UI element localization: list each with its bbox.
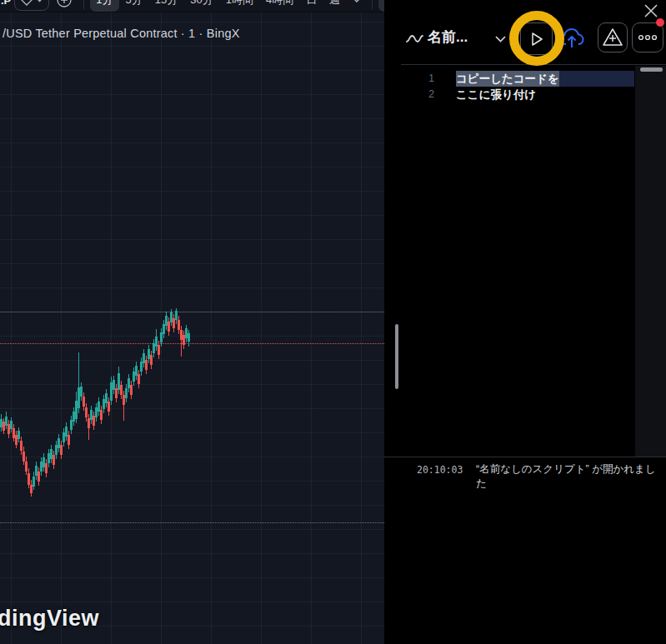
console-message: “名前なしのスクリプト” が開かれました bbox=[476, 462, 663, 491]
price-label-button[interactable] bbox=[14, 0, 49, 11]
candle bbox=[100, 410, 103, 420]
chart-symbol-title[interactable]: /USD Tether Perpetual Contract · 1 · Bin… bbox=[3, 27, 240, 40]
candle bbox=[68, 435, 70, 445]
gridline bbox=[0, 263, 384, 264]
ellipsis-icon bbox=[638, 34, 658, 41]
candle bbox=[150, 355, 153, 365]
candle bbox=[38, 472, 40, 482]
candle bbox=[53, 455, 55, 465]
candle bbox=[18, 431, 20, 439]
gridline bbox=[211, 12, 212, 644]
timeframe-button-1分[interactable]: 1分 bbox=[90, 0, 118, 12]
candle bbox=[178, 320, 180, 330]
candle bbox=[130, 385, 133, 395]
gridline bbox=[311, 12, 312, 644]
timeframe-button-週[interactable]: 週 bbox=[323, 0, 346, 12]
editor-line[interactable]: 2ここに張り付け bbox=[384, 87, 666, 102]
gridline bbox=[0, 432, 384, 433]
candle bbox=[83, 397, 85, 407]
candle bbox=[125, 388, 128, 398]
timeframes-expand-button[interactable] bbox=[348, 0, 366, 7]
tag-icon bbox=[20, 0, 33, 7]
add-to-chart-button[interactable] bbox=[598, 22, 628, 52]
candle bbox=[80, 387, 83, 397]
top-toolbar: .P 1分5分15分30分1時間4時間日週 bbox=[0, 0, 384, 12]
timeframe-group: 1分5分15分30分1時間4時間日週 bbox=[90, 0, 346, 12]
gridline bbox=[61, 12, 62, 644]
candle bbox=[108, 402, 110, 412]
console-divider bbox=[384, 457, 666, 457]
gridline bbox=[261, 12, 262, 644]
candle bbox=[85, 407, 88, 417]
run-script-button[interactable] bbox=[520, 22, 553, 55]
gridline bbox=[0, 360, 384, 361]
gridline bbox=[361, 12, 362, 644]
last-price-line bbox=[0, 343, 384, 344]
timeframe-button-30分[interactable]: 30分 bbox=[184, 0, 218, 12]
candle bbox=[188, 333, 190, 342]
editor-line[interactable]: 1コピーしたコードを bbox=[384, 71, 666, 87]
chevron-down-icon[interactable] bbox=[495, 36, 506, 42]
gridline bbox=[0, 336, 384, 337]
gridline bbox=[0, 384, 384, 385]
code-editor[interactable]: 1コピーしたコードを2ここに張り付け bbox=[384, 66, 666, 457]
gridline bbox=[0, 287, 384, 288]
compare-add-button[interactable] bbox=[51, 0, 78, 12]
candle bbox=[60, 445, 63, 455]
gridline bbox=[0, 529, 384, 530]
gridline bbox=[0, 94, 384, 95]
timeframe-button-5分[interactable]: 5分 bbox=[120, 0, 148, 12]
gridline bbox=[0, 577, 384, 578]
panel-resize-handle[interactable] bbox=[395, 324, 398, 389]
gridline bbox=[0, 408, 384, 409]
gridline bbox=[0, 46, 384, 47]
gridline bbox=[0, 142, 384, 143]
candle bbox=[168, 322, 170, 332]
toolbar-divider bbox=[83, 0, 84, 9]
gridline bbox=[0, 70, 384, 71]
gridline bbox=[0, 239, 384, 240]
candle bbox=[138, 374, 140, 384]
candle bbox=[175, 311, 178, 320]
gridline bbox=[0, 602, 384, 602]
cloud-upload-icon bbox=[558, 26, 585, 51]
candle bbox=[28, 473, 30, 485]
script-name-label[interactable]: 名前... bbox=[428, 27, 468, 47]
timeframe-button-15分[interactable]: 15分 bbox=[149, 0, 183, 12]
console-timestamp: 20:10:03 bbox=[417, 464, 463, 476]
cloud-save-button[interactable] bbox=[558, 26, 585, 51]
candle bbox=[23, 452, 25, 462]
header-divider bbox=[401, 64, 666, 65]
line-number: 1 bbox=[416, 71, 434, 87]
pine-editor-panel: 名前... bbox=[384, 0, 666, 644]
chart-region: .P 1分5分15分30分1時間4時間日週 bbox=[0, 0, 384, 644]
candle bbox=[158, 345, 160, 355]
gridline bbox=[11, 12, 12, 644]
gridline bbox=[0, 553, 384, 554]
candle bbox=[20, 441, 23, 451]
line-number: 2 bbox=[416, 87, 434, 102]
gridline bbox=[0, 167, 384, 167]
code-text: ここに張り付け bbox=[456, 87, 536, 102]
close-icon bbox=[643, 2, 659, 19]
timeframe-button-1時間[interactable]: 1時間 bbox=[220, 0, 259, 12]
chart-style-button[interactable] bbox=[378, 0, 384, 12]
candle bbox=[120, 385, 123, 395]
editor-minimap[interactable] bbox=[635, 66, 666, 457]
app-window: .P 1分5分15分30分1時間4時間日週 bbox=[0, 0, 666, 644]
play-icon bbox=[530, 32, 543, 47]
close-panel-button[interactable] bbox=[643, 2, 659, 19]
gridline bbox=[0, 505, 384, 506]
timeframe-button-日[interactable]: 日 bbox=[300, 0, 323, 12]
script-wave-icon bbox=[406, 33, 423, 44]
symbol-button[interactable]: .P bbox=[0, 0, 13, 7]
tradingview-watermark: dingView bbox=[0, 606, 99, 632]
toolbar-divider bbox=[372, 0, 373, 9]
candle bbox=[25, 462, 28, 472]
triangle-plus-icon bbox=[602, 27, 623, 47]
timeframe-button-4時間[interactable]: 4時間 bbox=[260, 0, 299, 12]
candle bbox=[45, 463, 48, 473]
candle bbox=[33, 477, 35, 487]
more-options-button[interactable] bbox=[632, 22, 663, 52]
gridline bbox=[0, 457, 384, 457]
